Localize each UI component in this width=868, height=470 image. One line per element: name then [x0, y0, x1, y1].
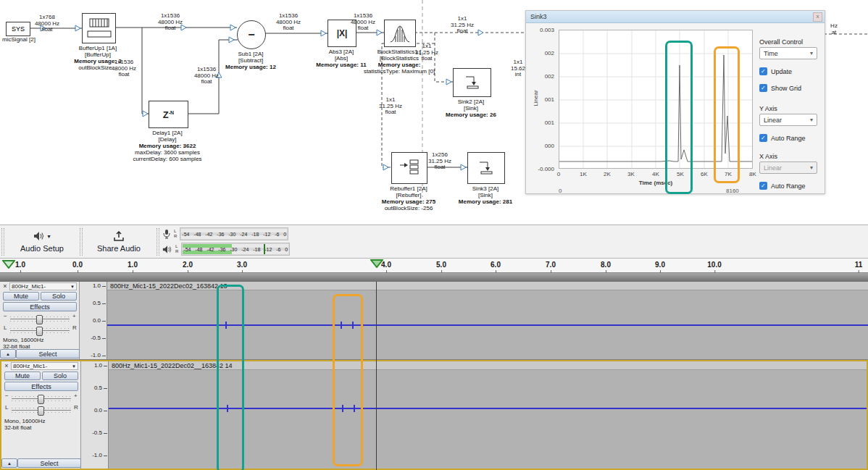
- track-2: × 800Hz_Mic1- ▼ Mute Solo Effects − + L: [0, 360, 868, 470]
- block-delay[interactable]: Z-N: [149, 101, 188, 128]
- audacity-window: ▾ Audio Setup Share Audio L R: [0, 224, 868, 470]
- block-subtract[interactable]: −: [237, 20, 266, 49]
- checkbox-checked-icon: [759, 84, 767, 92]
- block-sink3[interactable]: [467, 152, 505, 184]
- playback-meter-bar: -54-48-42-36-30-24-18-12-60: [181, 243, 290, 256]
- checkbox-checked-icon: [759, 67, 767, 75]
- x-auto-range-checkbox[interactable]: Auto Range: [759, 182, 806, 190]
- speaker-icon: [33, 231, 45, 241]
- toolbar-grip[interactable]: [157, 228, 159, 256]
- track-2-control-panel: × 800Hz_Mic1- ▼ Mute Solo Effects − + L: [1, 361, 81, 469]
- share-audio-label: Share Audio: [97, 244, 141, 253]
- share-audio-button[interactable]: Share Audio: [85, 227, 152, 256]
- collapse-button[interactable]: ▲: [1, 458, 17, 468]
- mute-button[interactable]: Mute: [4, 372, 41, 380]
- microphone-icon: [162, 229, 171, 239]
- pan-right-label: R: [74, 405, 78, 411]
- playback-meter[interactable]: L R -54-48-42-36-30-24-18-12-60: [162, 243, 290, 256]
- chevron-down-icon: ▾: [810, 164, 813, 171]
- y-axis-title: Linear: [533, 80, 539, 117]
- checkbox-checked-icon: [759, 182, 767, 190]
- checkbox-checked-icon: [759, 134, 767, 142]
- track-close-button[interactable]: ×: [1, 282, 9, 290]
- show-grid-checkbox[interactable]: Show Grid: [759, 84, 801, 92]
- block-sink2-label: Sink2 [2A] [Sink] Memory usage: 26: [420, 98, 522, 118]
- gain-slider-thumb[interactable]: [38, 395, 44, 404]
- gain-minus-label: −: [5, 393, 9, 399]
- chevron-down-icon: ▾: [810, 50, 813, 56]
- timeline-label: 9.0: [655, 261, 665, 269]
- close-icon[interactable]: x: [813, 12, 822, 22]
- timeline-label: 6.0: [491, 261, 501, 269]
- block-bufferup[interactable]: [82, 13, 116, 43]
- track-2-vertical-ruler[interactable]: 1.00.50.0-0.5-1.0: [81, 361, 109, 469]
- wire-label: 1x1 31.25 Hz float: [374, 97, 407, 116]
- timeline-label: 0.0: [72, 261, 83, 269]
- recording-meter[interactable]: L R -54-48-42-36-30-24-18-12-60: [162, 227, 288, 240]
- timeline-scrub-strip[interactable]: [0, 272, 868, 282]
- gain-plus-label: +: [74, 393, 78, 399]
- timeline-ruler[interactable]: 1.00.01.02.03.04.05.06.07.08.09.010.011: [0, 259, 868, 282]
- track-title-dropdown[interactable]: 800Hz_Mic1- ▼: [9, 282, 77, 290]
- pan-left-label: L: [4, 325, 7, 331]
- wire-label: 1x1536 48000 Hz float: [190, 67, 223, 85]
- timeline-label: 5.0: [436, 261, 446, 269]
- dropdown-icon: ▼: [70, 285, 75, 289]
- highlight-teal-tracks: [217, 285, 244, 470]
- track-title-dropdown[interactable]: 800Hz_Mic1- ▼: [11, 362, 78, 370]
- gain-plus-label: +: [72, 314, 76, 319]
- track-close-button[interactable]: ×: [3, 362, 10, 369]
- timeline-label: 1.0: [15, 261, 25, 269]
- meter-scale: -54-48-42-36-30-24-18-12-60: [182, 243, 289, 255]
- toolbar-grip[interactable]: [80, 228, 83, 256]
- collapse-button[interactable]: ▲: [0, 349, 16, 358]
- track-1-vertical-ruler[interactable]: 1.00.50.0-0.5-1.0: [80, 282, 107, 359]
- wire-label: 1x1536 48000 Hz float: [154, 13, 187, 32]
- toolbar-grip[interactable]: [1, 228, 4, 256]
- audio-setup-label: Audio Setup: [20, 244, 64, 253]
- track-format-info: Mono, 16000Hz: [4, 418, 45, 424]
- block-rebuffer[interactable]: [391, 152, 427, 184]
- timeline-label: 1.0: [128, 261, 138, 269]
- effects-button[interactable]: Effects: [4, 382, 78, 391]
- mute-button[interactable]: Mute: [3, 292, 39, 301]
- time-select[interactable]: Time ▾: [759, 47, 817, 59]
- y-axis-labels: 0.003002002001001000-0.000: [526, 11, 557, 193]
- block-delay-label: Delay1 [2A] [Delay] Memory usage: 3622 m…: [117, 130, 218, 162]
- block-sys[interactable]: SYS: [6, 22, 30, 36]
- wire-label: 1x768 48000 Hz float: [30, 14, 64, 33]
- y-axis-section-label: Y Axis: [759, 105, 777, 112]
- timeline-label: 8.0: [601, 261, 611, 269]
- subtract-symbol: −: [248, 28, 254, 41]
- wire-label: 1x1536 48000 Hz float: [272, 13, 305, 32]
- effects-button[interactable]: Effects: [3, 302, 77, 311]
- gain-slider-thumb[interactable]: [36, 315, 43, 324]
- x-scale-select[interactable]: Linear ▾: [759, 161, 817, 174]
- timeline-labels: 1.00.01.02.03.04.05.06.07.08.09.010.011: [0, 259, 868, 272]
- audio-setup-button[interactable]: ▾ Audio Setup: [7, 227, 77, 256]
- amplitude-scale: 1.00.50.0-0.5-1.0: [81, 363, 108, 458]
- pan-right-label: R: [72, 325, 77, 331]
- playhead-triangle-icon[interactable]: [370, 259, 383, 268]
- y-scale-select[interactable]: Linear ▾: [759, 114, 817, 126]
- timeline-label: 7.0: [546, 261, 556, 269]
- timeline-label: 11: [855, 261, 863, 269]
- solo-button[interactable]: Solo: [42, 372, 78, 380]
- block-sink2[interactable]: [453, 68, 491, 97]
- highlight-teal-plot: [665, 41, 693, 194]
- bufferup-icon: [86, 17, 112, 39]
- sink3-window-title[interactable]: Sink3: [526, 11, 825, 23]
- timeline-options-triangle-icon[interactable]: [2, 260, 15, 269]
- select-button[interactable]: Select: [16, 349, 80, 358]
- audacity-toolbar: ▾ Audio Setup Share Audio L R: [0, 224, 868, 259]
- pan-left-label: L: [5, 405, 8, 411]
- update-checkbox[interactable]: Update: [759, 67, 792, 75]
- pan-slider-thumb[interactable]: [38, 406, 44, 416]
- solo-button[interactable]: Solo: [41, 292, 77, 301]
- timeline-label: 3.0: [237, 261, 247, 269]
- y-auto-range-checkbox[interactable]: Auto Range: [759, 134, 806, 142]
- select-button[interactable]: Select: [17, 458, 81, 468]
- track-format-info: 32-bit float: [4, 424, 31, 431]
- pan-slider-thumb[interactable]: [36, 327, 43, 336]
- wire-label: 1x1536 48000 Hz float: [346, 13, 380, 32]
